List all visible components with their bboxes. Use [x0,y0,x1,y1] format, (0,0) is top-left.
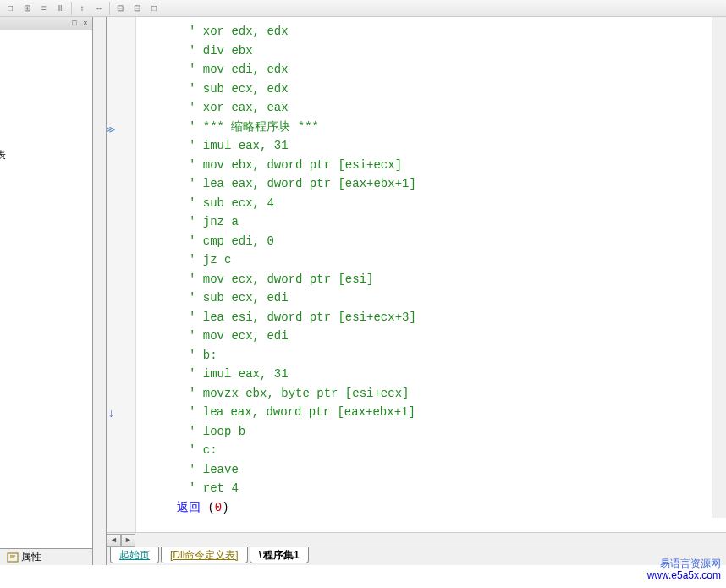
vertical-scrollbar[interactable] [712,17,726,518]
toolbar-btn-2[interactable]: ⊞ [19,1,36,16]
code-line[interactable]: ' lea esi, dword ptr [esi+ecx+3] [136,308,726,327]
comment-quote: ' [189,425,203,438]
comment-text: c: [203,443,217,457]
scroll-right-button[interactable]: ► [121,534,135,547]
toolbar-btn-1[interactable]: □ [2,1,19,16]
toolbar-btn-5[interactable]: ↕ [74,1,91,16]
tab-dll-definitions[interactable]: [Dll命令定义表] [161,547,248,563]
return-keyword: 返回 [177,501,207,514]
code-line[interactable]: ' c: [136,441,726,460]
comment-quote: ' [189,463,203,476]
comment-text: jnz a [203,215,239,228]
comment-quote: ' [189,291,203,305]
splitter[interactable] [93,17,107,565]
properties-tab[interactable]: 属性 [3,549,45,565]
editor-area: ' xor edx, edx' div ebx' mov edi, edx' s… [107,17,726,565]
comment-text: ret 4 [203,481,239,495]
comment-text: *** 缩略程序块 *** [203,120,319,134]
code-line[interactable]: ' xor edx, edx [136,22,726,41]
number-literal: 0 [215,501,222,514]
top-toolbar: □ ⊞ ≡ ⊪ ↕ ↔ ⊟ ⊟ □ [0,0,726,17]
comment-text: b: [203,349,217,362]
toolbar-separator [71,2,72,15]
code-line[interactable]: ' mov edi, edx [136,60,726,80]
toolbar-btn-7[interactable]: ⊟ [112,1,129,16]
comment-quote: ' [189,349,203,362]
comment-text: imul eax, 31 [203,139,289,152]
code-line[interactable]: ' jz c [136,250,726,270]
toolbar-btn-3[interactable]: ≡ [36,1,52,16]
code-line[interactable]: ' mov ecx, edi [136,327,726,346]
comment-quote: ' [189,120,203,134]
code-line[interactable]: ' movzx ebx, byte ptr [esi+ecx] [136,384,726,404]
code-line[interactable]: ' lea eax, dword ptr [eax+ebx+1] [136,174,726,194]
code-line[interactable]: ' mov ecx, dword ptr [esi] [136,270,726,289]
code-line[interactable]: ' loop b [136,422,726,442]
code-line-return[interactable]: 返回 (0) [136,498,726,518]
code-line[interactable]: ' sub ecx, 4 [136,194,726,213]
code-gutter [107,17,136,532]
comment-quote: ' [189,253,203,267]
comment-text: sub ecx, edi [203,291,289,305]
comment-text: lea esi, dword ptr [esi+ecx+3] [203,310,416,324]
left-panel-close-icon[interactable]: × [80,19,91,29]
code-line[interactable]: ↓' lea eax, dword ptr [eax+ebx+1] [136,403,726,422]
comment-text: le [203,405,217,419]
comment-text: div ebx [203,44,253,58]
comment-quote: ' [189,63,203,76]
left-panel-bottom-tabs: 属性 [0,548,92,565]
toolbar-btn-9[interactable]: □ [146,1,162,16]
comment-quote: ' [189,158,203,172]
arrow-down-icon: ↓ [107,404,114,424]
comment-quote: ' [189,443,203,457]
code-line[interactable]: ' leave [136,460,726,480]
tab-program-set-1[interactable]: 程序集1 [250,547,309,563]
comment-text: sub ecx, edx [203,82,289,96]
main-area: □ × 表 属性 ' xor edx, edx' div ebx' mov ed… [0,17,726,565]
comment-text: lea eax, dword ptr [eax+ebx+1] [203,177,416,190]
left-panel-clipped-label: 表 [0,148,6,162]
toolbar-btn-8[interactable]: ⊟ [129,1,146,16]
toolbar-btn-4[interactable]: ⊪ [52,1,69,16]
code-line[interactable]: ' div ebx [136,41,726,61]
code-line[interactable]: ≫' *** 缩略程序块 *** [136,118,726,137]
watermark-title: 易语言资源网 [647,558,721,569]
comment-quote: ' [189,367,203,381]
comment-quote: ' [189,139,203,152]
code-line[interactable]: ' sub ecx, edi [136,289,726,308]
scroll-left-button[interactable]: ◄ [107,534,121,547]
comment-quote: ' [189,481,203,495]
comment-text: sub ecx, 4 [203,196,274,210]
code-line[interactable]: ' imul eax, 31 [136,365,726,384]
code-view: ' xor edx, edx' div ebx' mov edi, edx' s… [107,17,726,532]
code-line[interactable]: ' ret 4 [136,479,726,498]
comment-text: cmp edi, 0 [203,234,274,248]
code-content[interactable]: ' xor edx, edx' div ebx' mov edi, edx' s… [136,17,726,532]
comment-text: imul eax, 31 [203,367,289,381]
comment-text: xor edx, edx [203,25,289,38]
comment-quote: ' [189,44,203,58]
left-panel-header: □ × [0,17,92,30]
comment-text: leave [203,463,239,476]
code-line[interactable]: ' imul eax, 31 [136,136,726,156]
toolbar-btn-6[interactable]: ↔ [91,1,107,16]
code-line[interactable]: ' mov ebx, dword ptr [esi+ecx] [136,156,726,175]
tab-start-page[interactable]: 起始页 [110,547,159,563]
comment-quote: ' [189,329,203,343]
code-line[interactable]: ' jnz a [136,212,726,232]
comment-quote: ' [189,101,203,114]
paren-close: ) [222,501,228,514]
left-panel-pin-icon[interactable]: □ [69,19,80,29]
collapse-marker-icon[interactable]: ≫ [107,121,116,140]
code-line[interactable]: ' cmp edi, 0 [136,232,726,251]
comment-text: a eax, dword ptr [eax+ebx+1] [217,405,415,419]
code-line[interactable]: ' sub ecx, edx [136,80,726,99]
watermark-url: www.e5a5x.com [647,569,721,581]
left-panel: □ × 表 属性 [0,17,93,565]
comment-text: mov ebx, dword ptr [esi+ecx] [203,158,402,172]
watermark: 易语言资源网 www.e5a5x.com [647,558,721,581]
code-line[interactable]: ' xor eax, eax [136,98,726,118]
comment-quote: ' [189,234,203,248]
comment-text: jz c [203,253,232,267]
code-line[interactable]: ' b: [136,346,726,365]
